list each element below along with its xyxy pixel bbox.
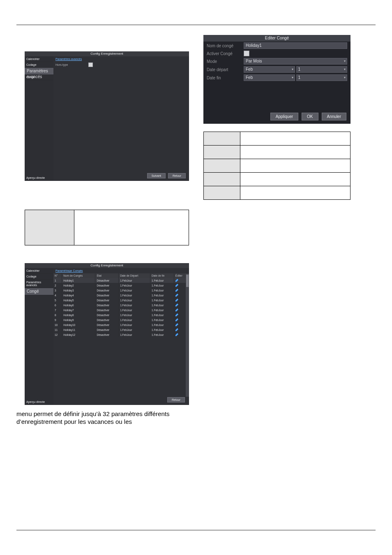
- pencil-icon[interactable]: [175, 303, 179, 307]
- cell-no: 4: [53, 293, 62, 298]
- sidebar-item-parametres-avances[interactable]: Paramètres avancés: [25, 68, 53, 74]
- ok-button[interactable]: OK: [302, 113, 318, 120]
- editer-conge-dialog: Editer Congé Nom de congé Holiday1 Activ…: [203, 35, 350, 124]
- cell-end: 1.FebJour: [150, 332, 174, 337]
- pencil-icon[interactable]: [175, 318, 179, 321]
- select-start-month[interactable]: Feb ▾: [244, 66, 295, 73]
- table-row[interactable]: 12Holiday12Désactiver1.FebJour1.FebJour: [53, 332, 189, 337]
- table-row[interactable]: 7Holiday7Désactiver1.FebJour1.FebJour: [53, 308, 189, 312]
- col-etat: État: [95, 273, 119, 278]
- cell-end: 1.FebJour: [150, 298, 174, 303]
- pencil-icon[interactable]: [175, 308, 179, 312]
- cell-etat: Désactiver: [95, 312, 119, 317]
- scrollbar[interactable]: [186, 274, 189, 397]
- appliquer-button[interactable]: Appliquer: [270, 113, 298, 120]
- cell-start: 1.FebJour: [119, 303, 150, 308]
- scrollbar-thumb[interactable]: [186, 275, 189, 287]
- input-nom-conge[interactable]: Holiday1: [244, 42, 347, 49]
- panel3-title: Config Enregistrement: [25, 263, 189, 268]
- cell-start: 1.FebJour: [119, 312, 150, 317]
- cell-etat: Désactiver: [95, 332, 119, 337]
- table-row[interactable]: 9Holiday9Désactiver1.FebJour1.FebJour: [53, 317, 189, 322]
- cell-no: 2: [53, 283, 62, 288]
- sidebar-item-calendrier[interactable]: Calendrier: [25, 268, 53, 274]
- panel2-title: Editer Congé: [203, 35, 350, 42]
- pencil-icon[interactable]: [175, 333, 179, 336]
- sidebar-item-conge[interactable]: Congé: [25, 288, 53, 295]
- cell-end: 1.FebJour: [150, 288, 174, 293]
- label-mode: Mode: [207, 59, 244, 64]
- table-row[interactable]: 2Holiday2Désactiver1.FebJour1.FebJour: [53, 283, 189, 288]
- retour-button[interactable]: Retour: [167, 397, 185, 402]
- panel1-title: Config Enregistrement: [25, 51, 189, 56]
- select-mode[interactable]: Par Mois ▾: [244, 58, 347, 65]
- cell-etat: Désactiver: [95, 298, 119, 303]
- cell-etat: Désactiver: [95, 303, 119, 308]
- chevron-down-icon: ▾: [292, 67, 293, 72]
- cell-end: 1.FebJour: [150, 283, 174, 288]
- cell-nom: Holiday1: [62, 278, 95, 283]
- cell-end: 1.FebJour: [150, 312, 174, 317]
- cell-start: 1.FebJour: [119, 278, 150, 283]
- retour-button[interactable]: Retour: [168, 173, 186, 178]
- sidebar-item-parametres-avances[interactable]: Paramètres avancés: [25, 280, 53, 288]
- cell-nom: Holiday8: [62, 312, 95, 317]
- cell-no: 10: [53, 322, 62, 327]
- table-row[interactable]: 5Holiday5Désactiver1.FebJour1.FebJour: [53, 298, 189, 303]
- label-hors-type: Hors-type: [55, 63, 88, 66]
- tab-parametres-avances[interactable]: Paramètres avancés: [53, 56, 84, 62]
- col-start: Date de Départ: [119, 273, 150, 278]
- pencil-icon[interactable]: [175, 284, 179, 287]
- sidebar-item-codage[interactable]: Codage: [25, 274, 53, 280]
- editer-conge-explanation-table: [203, 132, 350, 200]
- table-row[interactable]: 11Holiday11Désactiver1.FebJour1.FebJour: [53, 327, 189, 332]
- cell-etat: Désactiver: [95, 278, 119, 283]
- advanced-explanation-table: [25, 210, 189, 245]
- table-row[interactable]: 10Holiday10Désactiver1.FebJour1.FebJour: [53, 322, 189, 327]
- table-row[interactable]: 6Holiday6Désactiver1.FebJour1.FebJour: [53, 303, 189, 308]
- apercu-directe[interactable]: Aperçu directe: [25, 175, 53, 181]
- suivant-button[interactable]: Suivant: [147, 173, 166, 178]
- holidays-table: N° Nom de Congés État Date de Départ Dat…: [53, 273, 189, 337]
- cell-nom: Holiday12: [62, 332, 95, 337]
- sidebar-item-codage[interactable]: Codage: [25, 62, 53, 68]
- pencil-icon[interactable]: [175, 313, 179, 317]
- annuler-button[interactable]: Annuler: [322, 113, 346, 120]
- select-end-day[interactable]: 1 ▾: [296, 74, 348, 81]
- start-month-value: Feb: [246, 67, 253, 72]
- expl-cell: [240, 173, 350, 186]
- cell-start: 1.FebJour: [119, 322, 150, 327]
- activer-conge-checkbox[interactable]: [244, 51, 249, 56]
- table-row[interactable]: 1Holiday1Désactiver1.FebJour1.FebJour: [53, 278, 189, 283]
- select-mode-value: Par Mois: [246, 59, 262, 63]
- hors-type-checkbox[interactable]: [88, 62, 93, 67]
- cell-start: 1.FebJour: [119, 293, 150, 298]
- sidebar-item-calendrier[interactable]: Calendrier: [25, 56, 53, 62]
- doc-body-text: menu permet de définir jusqu’à 32 paramè…: [16, 410, 189, 426]
- expl-cell: [204, 146, 240, 159]
- pencil-icon[interactable]: [175, 279, 179, 282]
- cell-no: 11: [53, 327, 62, 332]
- pencil-icon[interactable]: [175, 294, 179, 297]
- cell-start: 1.FebJour: [119, 288, 150, 293]
- expl-cell: [25, 210, 74, 245]
- cell-end: 1.FebJour: [150, 327, 174, 332]
- select-end-month[interactable]: Feb ▾: [244, 74, 295, 81]
- apercu-directe[interactable]: Aperçu directe: [25, 399, 53, 405]
- pencil-icon[interactable]: [175, 298, 179, 302]
- cell-start: 1.FebJour: [119, 308, 150, 312]
- pencil-icon[interactable]: [175, 328, 179, 331]
- cell-no: 1: [53, 278, 62, 283]
- cell-no: 5: [53, 298, 62, 303]
- cell-start: 1.FebJour: [119, 332, 150, 337]
- expl-cell: [204, 173, 240, 186]
- cell-no: 6: [53, 303, 62, 308]
- pencil-icon[interactable]: [175, 323, 179, 326]
- cell-start: 1.FebJour: [119, 298, 150, 303]
- table-row[interactable]: 4Holiday4Désactiver1.FebJour1.FebJour: [53, 293, 189, 298]
- tab-parametrage-conges[interactable]: Paramétrage Congés: [53, 268, 189, 273]
- table-row[interactable]: 8Holiday8Désactiver1.FebJour1.FebJour: [53, 312, 189, 317]
- table-row[interactable]: 3Holiday3Désactiver1.FebJour1.FebJour: [53, 288, 189, 293]
- pencil-icon[interactable]: [175, 289, 179, 292]
- select-start-day[interactable]: 1 ▾: [296, 66, 348, 73]
